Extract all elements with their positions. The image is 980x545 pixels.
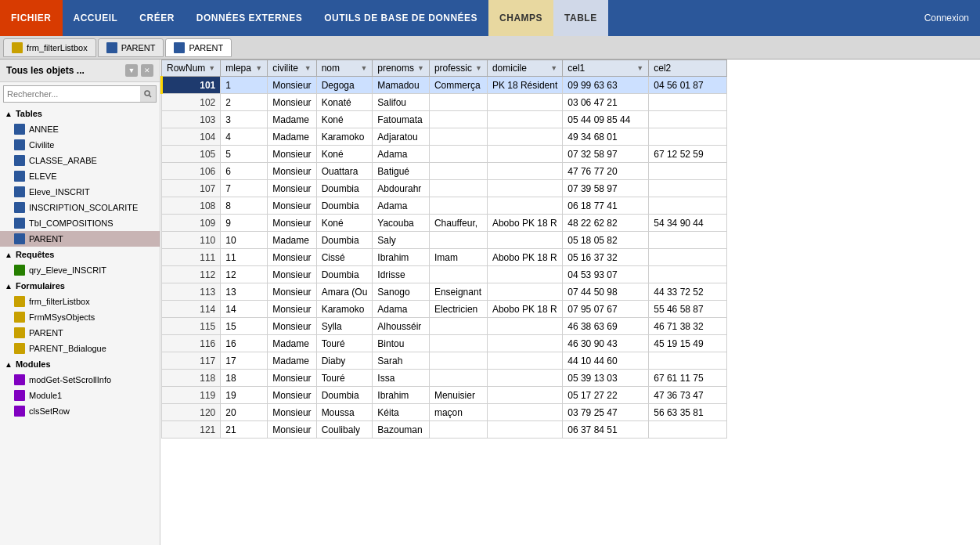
col-header-professic[interactable]: professic ▼ (429, 60, 487, 77)
table-icon-parent (14, 233, 25, 244)
cell-professic: Chauffeur, (429, 215, 487, 232)
table-row[interactable]: 1011MonsieurDegogaMamadouCommerçaPK 18 R… (162, 77, 727, 94)
table-container[interactable]: RowNum ▼ mlepa ▼ civilit (160, 60, 980, 545)
menu-donnees-externes[interactable]: DONNÉES EXTERNES (186, 0, 313, 36)
cell-prenoms: Alhousséir (373, 318, 430, 335)
sidebar-item-eleve-inscrit[interactable]: Eleve_INSCRIT (0, 184, 160, 200)
menu-fichier[interactable]: FICHIER (0, 0, 63, 36)
sidebar-item-parent[interactable]: PARENT (0, 231, 160, 247)
sidebar-item-annee[interactable]: ANNEE (0, 121, 160, 137)
table-row[interactable]: 1044MadameKaramokoAdjaratou49 34 68 01 (162, 128, 727, 146)
sort-domicile: ▼ (550, 64, 557, 72)
cell-domicile (487, 421, 562, 439)
cell-rownum: 109 (162, 215, 221, 232)
cell-professic: Imam (429, 249, 487, 266)
cell-civilite: Monsieur (268, 370, 316, 387)
table-row[interactable]: 1066MonsieurOuattaraBatigué47 76 77 20 (162, 163, 727, 180)
table-row[interactable]: 11616MadameTouréBintou46 30 90 4345 19 1… (162, 335, 727, 352)
section-modules[interactable]: ▲ Modules (0, 356, 160, 372)
col-header-domicile[interactable]: domicile ▼ (487, 60, 562, 77)
search-button[interactable] (140, 86, 156, 102)
cell-cel2: 54 34 90 44 (649, 215, 727, 232)
sidebar-item-inscription[interactable]: INSCRIPTION_SCOLARITE (0, 200, 160, 215)
sidebar-item-frm-parent[interactable]: PARENT (0, 325, 160, 341)
section-requetes[interactable]: ▲ Requêtes (0, 247, 160, 262)
tab-parent-1[interactable]: PARENT (98, 38, 164, 57)
search-input[interactable] (4, 89, 140, 99)
section-formulaires[interactable]: ▲ Formulaires (0, 278, 160, 294)
table-row[interactable]: 1022MonsieurKonatéSalifou03 06 47 21 (162, 94, 727, 111)
sidebar-item-mod-getset-label: modGet-SetScrollInfo (29, 375, 111, 384)
col-header-cel2[interactable]: cel2 (649, 60, 727, 77)
col-header-nom[interactable]: nom ▼ (316, 60, 373, 77)
cell-domicile (487, 163, 562, 180)
table-row[interactable]: 1055MonsieurKonéAdama07 32 58 9767 12 52… (162, 146, 727, 163)
cell-prenoms: Sanogo (373, 283, 430, 301)
col-rownum-label: RowNum (167, 63, 205, 74)
cell-cel1: 46 38 63 69 (563, 318, 649, 335)
table-row[interactable]: 12020MonsieurMoussaKéitamaçon03 79 25 47… (162, 404, 727, 421)
section-tables[interactable]: ▲ Tables (0, 106, 160, 121)
table-row[interactable]: 1077MonsieurDoumbiaAbdourahr07 39 58 97 (162, 180, 727, 197)
col-header-civilite[interactable]: civilite ▼ (268, 60, 316, 77)
table-row[interactable]: 11212MonsieurDoumbiaIdrisse04 53 93 07 (162, 266, 727, 283)
menu-accueil[interactable]: ACCUEIL (63, 0, 129, 36)
cell-prenoms: Ibrahim (373, 387, 430, 404)
menu-table[interactable]: TABLE (553, 0, 608, 36)
cell-rownum: 104 (162, 128, 221, 146)
menu-champs[interactable]: CHAMPS (488, 0, 553, 36)
cell-cel2: 46 71 38 32 (649, 318, 727, 335)
table-row[interactable]: 1088MonsieurDoumbiaAdama06 18 77 41 (162, 197, 727, 215)
section-modules-arrow: ▲ (5, 360, 13, 369)
cell-rownum: 110 (162, 232, 221, 249)
table-row[interactable]: 11010MadameDoumbiaSaly05 18 05 82 (162, 232, 727, 249)
cell-nom: Koné (316, 215, 373, 232)
menu-spacer (608, 0, 913, 36)
sidebar-close-icon[interactable]: ✕ (141, 64, 153, 77)
tab-parent-2[interactable]: PARENT (165, 38, 232, 57)
table-row[interactable]: 12121MonsieurCoulibalyBazouman06 37 84 5… (162, 421, 727, 439)
sidebar-item-module1[interactable]: Module1 (0, 388, 160, 403)
sidebar-item-frm-msysobjects[interactable]: FrmMSysObjects (0, 309, 160, 325)
sidebar-item-eleve[interactable]: ELEVE (0, 168, 160, 184)
col-header-rownum[interactable]: RowNum ▼ (162, 60, 221, 77)
table-row[interactable]: 1033MadameKonéFatoumata05 44 09 85 44 (162, 111, 727, 128)
menu-creer[interactable]: CRÉER (128, 0, 186, 36)
sidebar-item-classe-arabe[interactable]: CLASSE_ARABE (0, 153, 160, 168)
col-header-cel1[interactable]: cel1 ▼ (563, 60, 649, 77)
cell-civilite: Monsieur (268, 215, 316, 232)
connexion-button[interactable]: Connexion (913, 0, 980, 36)
main-layout: Tous les objets ... ▼ ✕ ▲ Tables ANNEE (0, 60, 980, 545)
table-row[interactable]: 11515MonsieurSyllaAlhousséir46 38 63 694… (162, 318, 727, 335)
cell-domicile (487, 352, 562, 370)
sidebar-item-civilite[interactable]: Civilite (0, 137, 160, 153)
table-row[interactable]: 11111MonsieurCisséIbrahimImamAbobo PK 18… (162, 249, 727, 266)
table-row[interactable]: 11717MadameDiabySarah44 10 44 60 (162, 352, 727, 370)
table-row[interactable]: 1099MonsieurKonéYacoubaChauffeur,Abobo P… (162, 215, 727, 232)
sidebar-item-clssetrow[interactable]: clsSetRow (0, 403, 160, 419)
col-header-mlepa[interactable]: mlepa ▼ (221, 60, 268, 77)
table-row[interactable]: 11818MonsieurTouréIssa05 39 13 0367 61 1… (162, 370, 727, 387)
table-row[interactable]: 11313MonsieurAmara (OuSanogoEnseignant07… (162, 283, 727, 301)
col-header-prenoms[interactable]: prenoms ▼ (373, 60, 430, 77)
cell-domicile (487, 283, 562, 301)
sidebar-header: Tous les objets ... ▼ ✕ (0, 60, 160, 82)
cell-civilite: Monsieur (268, 301, 316, 318)
cell-prenoms: Adama (373, 197, 430, 215)
sidebar-item-qry-eleve-inscrit[interactable]: qry_Eleve_INSCRIT (0, 262, 160, 278)
table-row[interactable]: 11414MonsieurKaramokoAdamaElectricienAbo… (162, 301, 727, 318)
sidebar-item-frm-filterlistbox[interactable]: frm_filterListbox (0, 294, 160, 309)
cell-mlepa: 6 (221, 163, 268, 180)
cell-domicile (487, 111, 562, 128)
table-row[interactable]: 11919MonsieurDoumbiaIbrahimMenuisier05 1… (162, 387, 727, 404)
sidebar-item-tbl-compositions[interactable]: TbI_COMPOSITIONS (0, 215, 160, 231)
menu-outils-base-de-donnees[interactable]: OUTILS DE BASE DE DONNÉES (313, 0, 488, 36)
tab-frm-filterlistbox[interactable]: frm_filterListbox (3, 38, 96, 57)
sidebar-item-frm-parent-bdialogue[interactable]: PARENT_Bdialogue (0, 341, 160, 356)
cell-cel2 (649, 94, 727, 111)
sidebar-item-mod-getset[interactable]: modGet-SetScrollInfo (0, 372, 160, 388)
cell-cel1: 07 95 07 67 (563, 301, 649, 318)
cell-cel1: 05 16 37 32 (563, 249, 649, 266)
cell-rownum: 119 (162, 387, 221, 404)
sidebar-menu-icon[interactable]: ▼ (125, 64, 138, 77)
